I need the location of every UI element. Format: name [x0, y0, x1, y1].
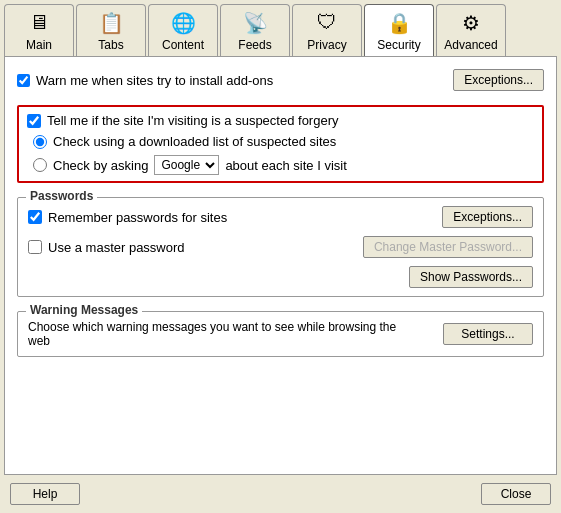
warning-settings-button[interactable]: Settings... [443, 323, 533, 345]
tab-content[interactable]: 🌐 Content [148, 4, 218, 56]
tabs-icon: 📋 [95, 9, 127, 36]
main-icon: 🖥 [23, 9, 55, 36]
tab-security[interactable]: 🔒 Security [364, 4, 434, 56]
warning-messages-title: Warning Messages [26, 303, 142, 317]
passwords-remember-checkbox[interactable] [28, 210, 42, 224]
forgery-select[interactable]: Google [155, 156, 218, 174]
tab-advanced-label: Advanced [444, 38, 497, 52]
passwords-change-master-button[interactable]: Change Master Password... [363, 236, 533, 258]
tab-tabs-label: Tabs [98, 38, 123, 52]
tab-main-label: Main [26, 38, 52, 52]
privacy-icon: 🛡 [311, 9, 343, 36]
warn-left: Warn me when sites try to install add-on… [17, 73, 273, 88]
passwords-section: Passwords Remember passwords for sites E… [17, 197, 544, 297]
passwords-section-title: Passwords [26, 189, 97, 203]
passwords-remember-row: Remember passwords for sites [28, 210, 227, 225]
forgery-radio2[interactable] [33, 158, 47, 172]
security-icon: 🔒 [383, 9, 415, 36]
window: 🖥 Main 📋 Tabs 🌐 Content 📡 Feeds 🛡 Privac… [0, 0, 561, 513]
tab-feeds-label: Feeds [238, 38, 271, 52]
passwords-remember-label: Remember passwords for sites [48, 210, 227, 225]
forgery-radio1-label: Check using a downloaded list of suspect… [53, 134, 336, 149]
warning-messages-row: Choose which warning messages you want t… [28, 320, 533, 348]
forgery-radio1-row: Check using a downloaded list of suspect… [27, 134, 534, 149]
forgery-select-wrapper: Google [154, 155, 219, 175]
forgery-box: Tell me if the site I'm visiting is a su… [17, 105, 544, 183]
passwords-master-label: Use a master password [48, 240, 185, 255]
warn-exceptions-button[interactable]: Exceptions... [453, 69, 544, 91]
passwords-master-row: Use a master password [28, 240, 185, 255]
toolbar: 🖥 Main 📋 Tabs 🌐 Content 📡 Feeds 🛡 Privac… [0, 0, 561, 56]
warn-addons-label: Warn me when sites try to install add-on… [36, 73, 273, 88]
passwords-row2: Use a master password Change Master Pass… [28, 236, 533, 258]
forgery-label: Tell me if the site I'm visiting is a su… [47, 113, 338, 128]
forgery-radio2-label: Check by asking [53, 158, 148, 173]
tab-feeds[interactable]: 📡 Feeds [220, 4, 290, 56]
tab-advanced[interactable]: ⚙ Advanced [436, 4, 506, 56]
forgery-top-row: Tell me if the site I'm visiting is a su… [27, 113, 534, 128]
passwords-master-checkbox[interactable] [28, 240, 42, 254]
tab-privacy[interactable]: 🛡 Privacy [292, 4, 362, 56]
bottom-bar: Help Close [0, 475, 561, 513]
warn-addons-checkbox[interactable] [17, 74, 30, 87]
passwords-show-row: Show Passwords... [28, 266, 533, 288]
content-icon: 🌐 [167, 9, 199, 36]
forgery-checkbox[interactable] [27, 114, 41, 128]
help-button[interactable]: Help [10, 483, 80, 505]
tab-main[interactable]: 🖥 Main [4, 4, 74, 56]
passwords-row1: Remember passwords for sites Exceptions.… [28, 206, 533, 228]
tab-tabs[interactable]: 📋 Tabs [76, 4, 146, 56]
forgery-radio2-row: Check by asking Google about each site I… [27, 155, 534, 175]
advanced-icon: ⚙ [455, 9, 487, 36]
forgery-suffix: about each site I visit [225, 158, 346, 173]
forgery-radio1[interactable] [33, 135, 47, 149]
tab-content-label: Content [162, 38, 204, 52]
tab-privacy-label: Privacy [307, 38, 346, 52]
feeds-icon: 📡 [239, 9, 271, 36]
passwords-show-button[interactable]: Show Passwords... [409, 266, 533, 288]
warn-row: Warn me when sites try to install add-on… [17, 69, 544, 95]
warning-messages-description: Choose which warning messages you want t… [28, 320, 408, 348]
content-area: Warn me when sites try to install add-on… [4, 56, 557, 475]
warning-messages-section: Warning Messages Choose which warning me… [17, 311, 544, 357]
tab-security-label: Security [377, 38, 420, 52]
close-button[interactable]: Close [481, 483, 551, 505]
passwords-exceptions-button[interactable]: Exceptions... [442, 206, 533, 228]
